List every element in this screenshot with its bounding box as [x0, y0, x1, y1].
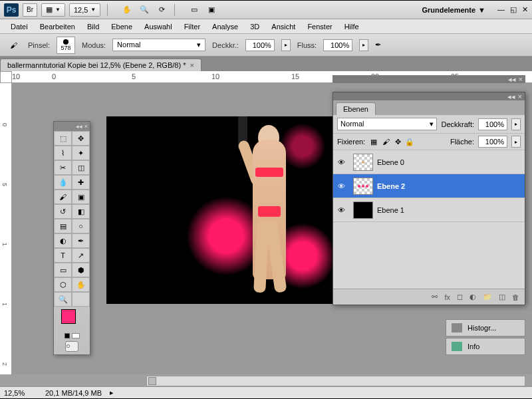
fill-arrow-icon[interactable]: ▸ [511, 136, 521, 148]
opacity-input[interactable]: 100% [245, 39, 275, 51]
move-tool[interactable]: ✥ [72, 131, 90, 146]
menu-datei[interactable]: Datei [5, 21, 33, 32]
swap-colors-icon[interactable] [72, 333, 80, 338]
flow-input[interactable]: 100% [323, 39, 352, 51]
zoom-icon[interactable]: 🔍 [138, 4, 150, 16]
menu-bearbeiten[interactable]: Bearbeiten [35, 21, 80, 32]
layers-tab[interactable]: Ebenen [336, 102, 376, 115]
horizontal-scrollbar[interactable] [146, 376, 525, 386]
hand-tool[interactable]: ✋ [72, 277, 90, 292]
layer-fx-icon[interactable]: fx [444, 293, 450, 301]
blur-tool[interactable]: ○ [72, 219, 90, 233]
history-brush-tool[interactable]: ↺ [54, 204, 72, 219]
zoom-value[interactable]: 12,5% [4, 389, 37, 397]
zoom-dropdown[interactable]: 12,5▼ [69, 3, 100, 17]
lock-transparency-icon[interactable]: ▦ [369, 137, 378, 146]
document-tab[interactable]: ballermanntutorial Kopie bei 12,5% (Eben… [0, 59, 201, 71]
menu-fenster[interactable]: Fenster [302, 21, 337, 32]
collapse-icon[interactable]: ◂◂ [507, 92, 515, 100]
marquee-tool[interactable]: ⬚ [54, 131, 72, 146]
menu-bild[interactable]: Bild [82, 21, 104, 32]
collapse-icon[interactable]: ◂◂ [76, 123, 82, 130]
menu-hilfe[interactable]: Hilfe [339, 21, 364, 32]
menu-analyse[interactable]: Analyse [207, 21, 243, 32]
opacity-arrow-icon[interactable]: ▸ [281, 39, 291, 51]
foreground-color[interactable] [61, 309, 76, 324]
default-colors-icon[interactable] [65, 333, 70, 338]
workspace-switcher[interactable]: Grundelemente▼ [422, 6, 485, 14]
layer-blend-select[interactable]: Normal▾ [337, 118, 437, 130]
menu-filter[interactable]: Filter [179, 21, 205, 32]
ruler-origin[interactable] [0, 71, 12, 83]
fill-input[interactable]: 100% [478, 136, 507, 148]
layer-row[interactable]: 👁 Ebene 1 [333, 198, 525, 222]
visibility-icon[interactable]: 👁 [333, 182, 349, 190]
close-icon[interactable]: ✕ [522, 5, 528, 14]
screen-mode-icon[interactable]: ▣ [205, 4, 217, 16]
adjustment-layer-icon[interactable]: ◐ [469, 293, 476, 301]
gradient-tool[interactable]: ▤ [54, 219, 72, 233]
delete-layer-icon[interactable]: 🗑 [512, 293, 519, 301]
layer-name[interactable]: Ebene 1 [377, 206, 404, 214]
3d-tool[interactable]: ⬢ [72, 263, 90, 277]
layer-opacity-input[interactable]: 100% [478, 118, 507, 130]
layer-thumbnail[interactable] [353, 178, 373, 195]
minimize-icon[interactable]: — [497, 5, 505, 14]
healing-tool[interactable]: ✚ [72, 175, 90, 190]
menu-3d[interactable]: 3D [245, 21, 265, 32]
layer-row[interactable]: 👁 Ebene 0 [333, 150, 525, 174]
hand-icon[interactable]: ✋ [121, 4, 133, 16]
dodge-tool[interactable]: ◐ [54, 233, 72, 248]
rotate-icon[interactable]: ⟳ [156, 4, 168, 16]
visibility-icon[interactable]: 👁 [333, 158, 349, 166]
wand-tool[interactable]: ✦ [72, 146, 90, 160]
bridge-icon[interactable]: Br [23, 3, 37, 17]
histogram-panel-button[interactable]: Histogr... [446, 319, 525, 336]
document-canvas[interactable] [106, 116, 352, 304]
layout-dropdown[interactable]: ▦▼ [41, 3, 65, 17]
tool-preset-icon[interactable]: 🖌 [5, 37, 21, 53]
layer-name[interactable]: Ebene 2 [377, 182, 405, 190]
color-swatches[interactable] [61, 309, 82, 331]
layer-thumbnail[interactable] [353, 201, 373, 219]
close-icon[interactable]: × [518, 92, 522, 100]
brush-picker[interactable]: 578 [57, 37, 75, 54]
type-tool[interactable]: T [54, 248, 72, 263]
link-layers-icon[interactable]: ⚯ [432, 293, 438, 301]
pen-tool[interactable]: ✒ [72, 233, 90, 248]
shape-tool[interactable]: ▭ [54, 263, 72, 277]
layer-name[interactable]: Ebene 0 [377, 158, 404, 166]
blend-mode-select[interactable]: Normal▾ [112, 39, 205, 51]
maximize-icon[interactable]: ◱ [510, 5, 517, 14]
menu-ansicht[interactable]: Ansicht [266, 21, 301, 32]
lock-all-icon[interactable]: 🔒 [405, 137, 414, 146]
quick-mask-icon[interactable]: ○ [65, 341, 78, 352]
slice-tool[interactable]: ◫ [72, 160, 90, 175]
opacity-arrow-icon[interactable]: ▸ [511, 118, 521, 130]
crop-tool[interactable]: ✂ [54, 160, 72, 175]
layer-row[interactable]: 👁 Ebene 2 [333, 174, 525, 198]
3d-camera-tool[interactable]: ⬡ [54, 277, 72, 292]
airbrush-icon[interactable]: ✒ [375, 41, 381, 49]
lock-position-icon[interactable]: ✥ [393, 137, 402, 146]
zoom-tool[interactable]: 🔍 [54, 292, 72, 307]
lasso-tool[interactable]: ⌇ [54, 146, 72, 160]
layer-mask-icon[interactable]: ◻ [457, 293, 463, 301]
menu-ebene[interactable]: Ebene [106, 21, 138, 32]
group-icon[interactable]: 📁 [483, 293, 492, 301]
info-panel-button[interactable]: Info [446, 338, 525, 355]
new-layer-icon[interactable]: ◫ [499, 293, 505, 301]
layer-thumbnail[interactable] [353, 154, 373, 171]
close-icon[interactable]: × [84, 123, 88, 130]
collapse-icon[interactable]: ◂◂ [508, 75, 516, 83]
close-tab-icon[interactable]: × [190, 61, 194, 69]
status-arrow-icon[interactable]: ▸ [110, 388, 114, 397]
brush-tool[interactable]: 🖌 [54, 190, 72, 204]
eraser-tool[interactable]: ◧ [72, 204, 90, 219]
ruler-vertical[interactable]: 0 5 1 1 2 [0, 83, 12, 374]
eyedropper-tool[interactable]: 💧 [54, 175, 72, 190]
lock-pixels-icon[interactable]: 🖌 [381, 137, 390, 146]
stamp-tool[interactable]: ▣ [72, 190, 90, 204]
menu-auswahl[interactable]: Auswahl [139, 21, 178, 32]
visibility-icon[interactable]: 👁 [333, 206, 349, 214]
